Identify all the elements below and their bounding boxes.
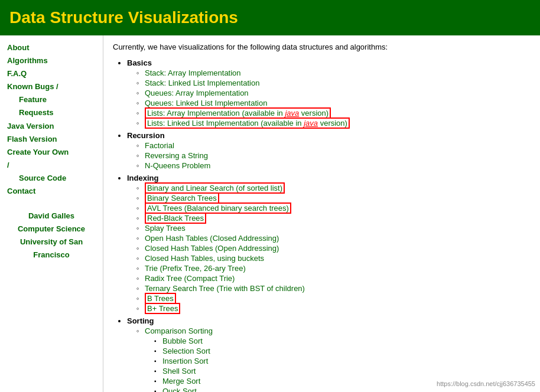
intro-text: Currently, we have visualizations for th… — [113, 43, 531, 51]
indexing-items: Binary and Linear Search (of sorted list… — [127, 184, 531, 313]
list-item: Reversing a String — [136, 151, 531, 160]
list-item: Closed Hash Tables (Open Addressing) — [136, 244, 531, 253]
list-item: Quck Sort — [154, 387, 531, 392]
sorting-items: Comparison Sorting Bubble Sort Selection… — [127, 326, 531, 392]
sidebar-author: David Galles Computer Science University… — [7, 210, 96, 262]
sidebar-item-algorithms[interactable]: Algorithms — [7, 54, 96, 67]
link-lists-linked[interactable]: Lists: Linked List Implementation (avail… — [147, 119, 347, 128]
list-item: Shell Sort — [154, 367, 531, 375]
link-closed-hash[interactable]: Closed Hash Tables (Open Addressing) — [145, 244, 279, 253]
link-nqueens[interactable]: N-Queens Problem — [145, 161, 210, 170]
list-item: Binary Search Trees — [136, 194, 531, 202]
list-item: B Trees — [136, 294, 531, 303]
link-quick[interactable]: Quck Sort — [162, 387, 197, 392]
list-item: Queues: Array Implementation — [136, 89, 531, 97]
link-open-hash[interactable]: Open Hash Tables (Closed Addressing) — [145, 234, 279, 243]
list-item: Radix Tree (Compact Trie) — [136, 274, 531, 283]
link-factorial[interactable]: Factorial — [145, 141, 174, 150]
author-dept: Computer Science — [7, 223, 96, 236]
link-queue-linked[interactable]: Queues: Linked List Implementation — [145, 99, 267, 107]
recursion-items: Factorial Reversing a String N-Queens Pr… — [127, 141, 531, 170]
link-btrees[interactable]: B Trees — [147, 294, 174, 303]
java-word: java — [285, 109, 299, 117]
sidebar-item-faq[interactable]: F.A.Q — [7, 67, 96, 80]
list-item: Lists: Linked List Implementation (avail… — [136, 119, 531, 128]
list-item: Insertion Sort — [154, 357, 531, 365]
sidebar-item-requests[interactable]: Requests — [7, 106, 96, 119]
author-city: Francisco — [7, 249, 96, 262]
link-binary-linear[interactable]: Binary and Linear Search (of sorted list… — [147, 184, 282, 192]
list-item: Trie (Prefix Tree, 26-ary Tree) — [136, 264, 531, 273]
categories-list: Basics Stack: Array Implementation Stack… — [113, 58, 531, 392]
list-item: Stack: Linked List Implementation — [136, 79, 531, 87]
link-stack-linked[interactable]: Stack: Linked List Implementation — [145, 79, 259, 87]
link-shell[interactable]: Shell Sort — [162, 367, 196, 375]
list-item: Binary and Linear Search (of sorted list… — [136, 184, 531, 192]
link-rbt[interactable]: Red-Black Trees — [147, 214, 204, 223]
sidebar: About Algorithms F.A.Q Known Bugs / Feat… — [0, 35, 103, 392]
list-item: Comparison Sorting Bubble Sort Selection… — [136, 326, 531, 392]
link-radix[interactable]: Radix Tree (Compact Trie) — [145, 274, 235, 283]
link-queue-array[interactable]: Queues: Array Implementation — [145, 89, 249, 97]
list-item: B+ Trees — [136, 304, 531, 313]
sidebar-item-contact[interactable]: Contact — [7, 185, 96, 198]
link-comparison-sort[interactable]: Comparison Sorting — [145, 326, 213, 335]
list-item: Splay Trees — [136, 224, 531, 233]
sidebar-item-flash[interactable]: Flash Version — [7, 133, 96, 146]
highlighted-bplus: B+ Trees — [145, 303, 180, 314]
link-ternary[interactable]: Ternary Search Tree (Trie with BST of ch… — [145, 284, 305, 293]
list-item: Queues: Linked List Implementation — [136, 99, 531, 107]
list-item: Stack: Array Implementation — [136, 68, 531, 77]
sidebar-item-java[interactable]: Java Version — [7, 120, 96, 133]
sidebar-item-slash[interactable]: / — [7, 159, 96, 172]
link-avl[interactable]: AVL Trees (Balanced binary search trees) — [147, 204, 289, 213]
main-content: Currently, we have visualizations for th… — [103, 35, 540, 392]
list-item: N-Queens Problem — [136, 161, 531, 170]
sidebar-item-bugs[interactable]: Known Bugs / — [7, 80, 96, 93]
sidebar-item-about[interactable]: About — [7, 41, 96, 54]
list-item: Ternary Search Tree (Trie with BST of ch… — [136, 284, 531, 293]
link-closed-hash-buckets[interactable]: Closed Hash Tables, using buckets — [145, 254, 264, 263]
list-item: Open Hash Tables (Closed Addressing) — [136, 234, 531, 243]
list-item: Selection Sort — [154, 347, 531, 355]
java-word-2: java — [304, 119, 318, 128]
basics-items: Stack: Array Implementation Stack: Linke… — [127, 68, 531, 128]
list-item: Closed Hash Tables, using buckets — [136, 254, 531, 263]
comparison-sort-items: Bubble Sort Selection Sort Insertion Sor… — [145, 337, 531, 392]
link-splay[interactable]: Splay Trees — [145, 224, 186, 233]
sidebar-item-create[interactable]: Create Your Own — [7, 146, 96, 159]
list-item: Bubble Sort — [154, 337, 531, 345]
page-title: Data Structure Visualizations — [9, 8, 531, 27]
list-item: Factorial — [136, 141, 531, 150]
list-item: Red-Black Trees — [136, 214, 531, 223]
link-lists-array[interactable]: Lists: Array Implementation (available i… — [147, 109, 328, 117]
highlighted-lists-linked: Lists: Linked List Implementation (avail… — [145, 117, 350, 129]
page-header: Data Structure Visualizations — [0, 0, 540, 35]
category-basics: Basics Stack: Array Implementation Stack… — [127, 58, 531, 128]
link-selection[interactable]: Selection Sort — [162, 347, 210, 355]
category-indexing: Indexing Binary and Linear Search (of so… — [127, 174, 531, 313]
link-stack-array[interactable]: Stack: Array Implementation — [145, 68, 241, 77]
highlighted-rbt: Red-Black Trees — [145, 213, 206, 224]
author-university: University of San — [7, 236, 96, 249]
link-reversing[interactable]: Reversing a String — [145, 151, 208, 160]
link-bst[interactable]: Binary Search Trees — [147, 194, 217, 202]
link-bplus[interactable]: B+ Trees — [147, 304, 178, 313]
category-sorting: Sorting Comparison Sorting Bubble Sort S… — [127, 316, 531, 392]
author-name: David Galles — [7, 210, 96, 223]
link-trie[interactable]: Trie (Prefix Tree, 26-ary Tree) — [145, 264, 246, 273]
category-recursion: Recursion Factorial Reversing a String N… — [127, 131, 531, 170]
list-item: AVL Trees (Balanced binary search trees) — [136, 204, 531, 213]
link-bubble[interactable]: Bubble Sort — [162, 337, 203, 345]
link-insertion[interactable]: Insertion Sort — [162, 357, 208, 365]
link-merge[interactable]: Merge Sort — [162, 377, 200, 386]
sidebar-item-source[interactable]: Source Code — [7, 172, 96, 185]
list-item: Merge Sort — [154, 377, 531, 386]
sidebar-item-feature[interactable]: Feature — [7, 93, 96, 106]
list-item: Lists: Array Implementation (available i… — [136, 109, 531, 117]
